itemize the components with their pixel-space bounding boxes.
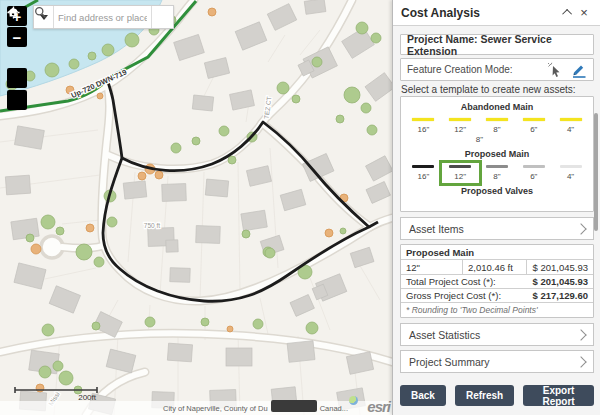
search-button[interactable] <box>151 6 173 28</box>
cost-analysis-panel: Cost Analysis × Project Name: Sewer Serv… <box>392 0 600 415</box>
abandoned-line-swatch <box>486 118 508 121</box>
gross-cost-row: Gross Project Cost (*): $ 217,129.60 <box>401 288 593 303</box>
rounding-footnote: * Rounding to 'Two Decimal Points' <box>401 303 593 317</box>
attribution-text: City of Naperville, County of Du <box>163 404 268 413</box>
smart-select-icon <box>547 62 563 78</box>
attribution-dark-badge <box>271 400 317 412</box>
section-asset-items[interactable]: Asset Items <box>400 217 594 240</box>
template-abandoned-12in[interactable]: 12" <box>444 118 477 134</box>
template-abandoned-4in[interactable]: 4" <box>554 118 587 134</box>
close-button[interactable]: × <box>576 5 592 21</box>
attribution-suffix: Canad... <box>320 404 348 413</box>
abandoned-line-swatch <box>412 118 434 121</box>
zoom-out-button[interactable]: − <box>7 27 27 47</box>
map-canvas[interactable]: Up-720 DWN-719 TEZ CT Missi 750 ft 200ft… <box>0 0 392 415</box>
proposed-line-swatch <box>523 165 545 168</box>
search-box <box>33 5 174 29</box>
cost-table-group-header: Proposed Main <box>401 245 593 260</box>
app-window: Up-720 DWN-719 TEZ CT Missi 750 ft 200ft… <box>0 0 600 415</box>
map-graphics[interactable]: Up-720 DWN-719 TEZ CT Missi 750 ft 200ft <box>0 0 392 415</box>
search-icon <box>34 6 47 19</box>
back-button[interactable]: Back <box>400 385 446 406</box>
asset-cost-cell: $ 201,045.93 <box>527 260 593 274</box>
total-cost-value: $ 201,045.93 <box>533 276 588 287</box>
esri-globe-icon <box>349 396 358 405</box>
template-abandoned-6in[interactable]: 6" <box>517 118 550 134</box>
cost-table: Proposed Main 12" 2,010.46 ft $ 201,045.… <box>400 244 594 318</box>
collapse-button[interactable] <box>560 5 576 21</box>
chevron-right-icon <box>575 223 586 234</box>
template-abandoned-16in[interactable]: 16" <box>407 118 440 134</box>
abandoned-line-swatch <box>523 118 545 121</box>
template-group-proposed-valves: Proposed Valves <box>401 186 593 196</box>
project-name-field[interactable]: Project Name: Sewer Service Extension <box>400 34 594 55</box>
draw-mode-button[interactable] <box>569 62 587 78</box>
abandoned-line-swatch <box>449 118 471 121</box>
refresh-button[interactable]: Refresh <box>455 385 514 406</box>
map-controls: + − <box>7 6 27 110</box>
project-name-text: Project Name: Sewer Service Extension <box>407 33 587 57</box>
panel-scrollbar-thumb[interactable] <box>594 113 598 231</box>
chevron-right-icon <box>575 329 586 340</box>
panel-actions: Back Refresh Export Report <box>400 385 594 406</box>
panel-title: Cost Analysis <box>401 6 560 20</box>
template-proposed-4in[interactable]: 4" <box>554 165 587 181</box>
distance-marker-label: 750 ft <box>144 222 160 229</box>
template-section-label: Select a template to create new assets: <box>401 84 576 95</box>
template-proposed-6in[interactable]: 6" <box>517 165 550 181</box>
smart-select-mode-button[interactable] <box>546 62 564 78</box>
proposed-line-swatch <box>412 165 434 168</box>
asset-size-cell: 12" <box>401 260 463 274</box>
home-button[interactable] <box>7 68 27 88</box>
template-proposed-12in-selected[interactable]: 12" <box>444 165 477 181</box>
section-asset-statistics[interactable]: Asset Statistics <box>400 323 594 346</box>
feature-creation-mode-row: Feature Creation Mode: <box>400 58 594 81</box>
cost-table-row: 12" 2,010.46 ft $ 201,045.93 <box>401 260 593 275</box>
template-abandoned-8in-b[interactable]: 8" <box>463 135 496 144</box>
proposed-line-swatch <box>486 165 508 168</box>
gross-cost-value: $ 217,129.60 <box>533 290 588 301</box>
template-proposed-8in[interactable]: 8" <box>480 165 513 181</box>
template-group-abandoned-main: Abandoned Main <box>401 102 593 112</box>
asset-length-cell: 2,010.46 ft <box>463 260 527 274</box>
proposed-line-swatch <box>449 165 471 168</box>
template-group-proposed-main: Proposed Main <box>401 149 593 159</box>
esri-logo: esri <box>367 399 390 414</box>
chevron-up-icon <box>562 9 572 19</box>
template-picker: Abandoned Main 16" 12" 8" 6" <box>400 96 594 212</box>
chevron-right-icon <box>575 356 586 367</box>
feature-creation-mode-label: Feature Creation Mode: <box>407 64 513 75</box>
total-cost-row: Total Project Cost (*): $ 201,045.93 <box>401 274 593 289</box>
locate-button[interactable] <box>7 90 27 110</box>
abandoned-line-swatch <box>560 118 582 121</box>
attribution-bar: City of Naperville, County of Du Canad..… <box>0 401 392 415</box>
search-input[interactable] <box>54 6 151 28</box>
template-proposed-16in[interactable]: 16" <box>407 165 440 181</box>
export-report-button[interactable]: Export Report <box>523 385 594 406</box>
panel-header: Cost Analysis × <box>393 0 600 26</box>
pencil-icon <box>570 62 587 78</box>
locate-icon <box>7 6 20 19</box>
proposed-line-swatch <box>560 165 582 168</box>
template-abandoned-8in[interactable]: 8" <box>480 118 513 134</box>
close-icon: × <box>580 6 588 19</box>
section-project-summary[interactable]: Project Summary <box>400 350 594 373</box>
